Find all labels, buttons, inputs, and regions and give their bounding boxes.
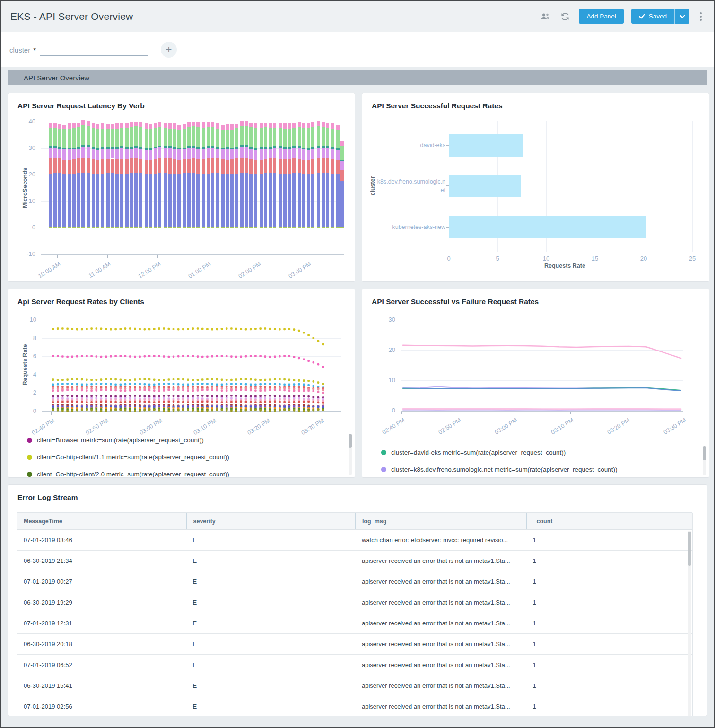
bar-segment xyxy=(336,227,340,228)
bar-segment xyxy=(292,227,296,228)
bar-segment xyxy=(168,148,172,158)
x-tick-label: 01:00 PM xyxy=(176,261,212,282)
bar-segment xyxy=(322,158,325,173)
chart-success-failure[interactable]: 010203002:40 PM02:50 PM03:00 PM03:10 PM0… xyxy=(362,289,709,477)
share-users-icon[interactable] xyxy=(539,10,551,23)
table-row[interactable]: 06-30-2019 19:29Eapiserver received an e… xyxy=(17,592,692,613)
bar-segment xyxy=(49,148,52,158)
table-cell: E xyxy=(186,599,356,606)
bar-segment xyxy=(322,148,325,158)
bar-segment xyxy=(245,147,248,158)
bar-segment xyxy=(292,173,296,227)
bar-segment xyxy=(317,148,320,158)
topbar-actions: Add Panel Saved xyxy=(419,9,705,24)
bar-segment xyxy=(307,123,310,128)
bar-segment xyxy=(87,126,90,146)
page-title: EKS - API Server Overview xyxy=(10,11,133,22)
bar-segment xyxy=(202,147,205,149)
bar-segment xyxy=(302,227,305,228)
bar-segment xyxy=(53,146,57,148)
column-header-log-msg[interactable]: log_msg xyxy=(355,513,526,529)
add-panel-button[interactable]: Add Panel xyxy=(579,9,623,24)
table-scrollbar-thumb[interactable] xyxy=(688,532,691,566)
bar-segment xyxy=(322,122,325,127)
add-filter-button[interactable]: + xyxy=(161,42,177,58)
chart-latency[interactable]: 403020100-10MicroSeconds10:00 AM11:00 AM… xyxy=(8,93,355,281)
table-row[interactable]: 07-01-2019 00:27Eapiserver received an e… xyxy=(17,571,692,592)
bar-segment xyxy=(125,174,129,227)
table-row[interactable]: 07-01-2019 03:46Ewatch chan error: etcds… xyxy=(17,530,692,551)
saved-dropdown-button[interactable] xyxy=(674,9,689,24)
legend-scrollbar-thumb[interactable] xyxy=(703,446,706,460)
section-header-api-server-overview[interactable]: API Server Overview xyxy=(8,70,707,85)
bar-segment xyxy=(269,147,272,149)
bar-segment xyxy=(307,128,310,148)
table-cell: 1 xyxy=(526,620,693,627)
bar-segment xyxy=(235,227,238,228)
table-row[interactable]: 07-01-2019 02:56Eapiserver received an e… xyxy=(17,696,692,716)
table-cell: E xyxy=(186,661,356,668)
bar-segment xyxy=(254,148,257,150)
table-row[interactable]: 07-01-2019 12:31Eapiserver received an e… xyxy=(17,613,692,634)
bar-segment xyxy=(196,149,200,158)
panel-title: Error Log Stream xyxy=(17,493,78,502)
bar-segment xyxy=(77,173,80,227)
bar-segment xyxy=(196,174,200,227)
bar-segment xyxy=(240,126,244,145)
panel-latency-by-verb: API Server Request Latency By Verb 40302… xyxy=(8,93,355,282)
bar-segment xyxy=(322,227,325,228)
filter-bar: cluster* + xyxy=(1,32,714,67)
table-row[interactable]: 07-01-2019 06:52Eapiserver received an e… xyxy=(17,655,692,675)
bar-segment xyxy=(269,227,272,228)
legend-label: cluster=david-eks metric=sum(rate(apiser… xyxy=(391,449,566,456)
column-header--count[interactable]: _count xyxy=(526,513,693,529)
bar-segment xyxy=(92,128,95,147)
bar-segment xyxy=(216,158,219,173)
bar-segment xyxy=(96,124,99,129)
table-row[interactable]: 06-30-2019 21:34Eapiserver received an e… xyxy=(17,551,692,571)
saved-button[interactable]: Saved xyxy=(631,9,674,24)
legend-dot xyxy=(27,472,32,477)
bar-segment xyxy=(115,147,119,149)
bar-segment xyxy=(164,173,167,227)
bar-segment xyxy=(216,147,219,149)
table-row[interactable]: 06-30-2019 15:41Eapiserver received an e… xyxy=(17,675,692,696)
table-cell: 1 xyxy=(526,599,693,606)
chart-clients[interactable]: 0246810Requests Rate02:40 PM02:50 PM03:0… xyxy=(8,289,355,477)
bar-segment xyxy=(273,227,276,228)
chart-success-rates[interactable]: 0510152025Requests Rateclusterdavid-eksk… xyxy=(362,93,709,281)
bar-segment xyxy=(183,173,186,227)
bar-segment xyxy=(149,148,152,150)
bar-segment xyxy=(139,159,142,173)
bar-segment xyxy=(207,148,210,159)
bar-segment xyxy=(101,147,104,149)
bar-segment xyxy=(211,127,214,146)
bar-segment xyxy=(317,121,320,126)
bar-segment xyxy=(230,149,234,160)
panel-request-rates-by-clients: Api Server Request Rates by Clients 0246… xyxy=(8,289,355,478)
bar-segment xyxy=(183,148,186,149)
bar-segment xyxy=(134,122,138,127)
table-row[interactable]: 06-30-2019 20:18Eapiserver received an e… xyxy=(17,634,692,655)
refresh-icon[interactable] xyxy=(559,10,571,23)
bar-segment xyxy=(62,129,66,148)
table-header-row: MessageTimeseveritylog_msg_count xyxy=(17,513,692,530)
bar-segment xyxy=(273,123,276,128)
kebab-menu-icon[interactable] xyxy=(697,10,705,23)
bar-segment xyxy=(125,128,129,147)
bar-segment xyxy=(62,125,66,130)
bar-segment xyxy=(211,158,214,173)
bar-segment xyxy=(120,159,123,174)
bar-segment xyxy=(317,126,320,145)
bar-segment xyxy=(235,128,238,147)
table-cell: 1 xyxy=(526,640,693,648)
header-search-input[interactable] xyxy=(419,11,527,22)
legend-scrollbar-thumb[interactable] xyxy=(349,434,352,448)
cluster-filter-input[interactable] xyxy=(40,44,148,56)
bar-segment xyxy=(81,147,85,158)
bar-segment xyxy=(72,159,76,174)
column-header-messagetime[interactable]: MessageTime xyxy=(17,513,186,529)
column-header-severity[interactable]: severity xyxy=(186,513,356,529)
bar-segment xyxy=(96,148,99,150)
required-asterisk: * xyxy=(33,46,36,54)
